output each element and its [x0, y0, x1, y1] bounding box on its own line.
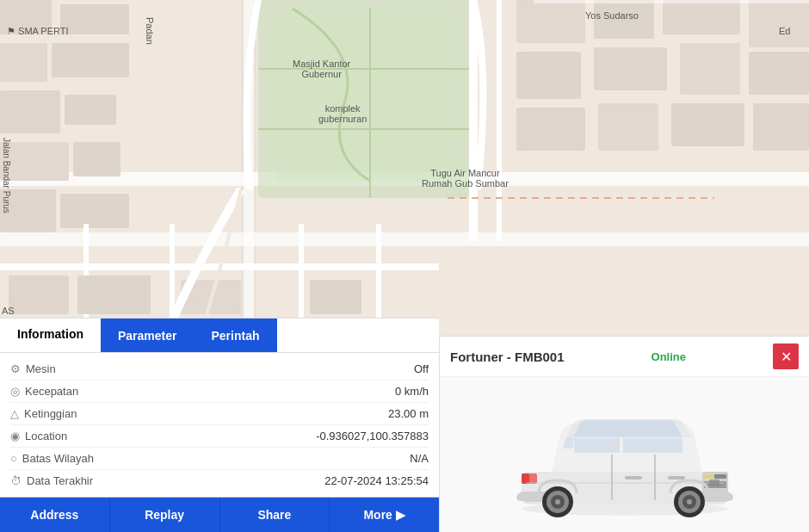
- svg-rect-15: [0, 189, 56, 232]
- svg-rect-25: [516, 108, 585, 151]
- vehicle-image: [504, 390, 745, 519]
- vehicle-header: Fortuner - FMB001 Online ✕: [440, 337, 809, 377]
- svg-point-66: [687, 499, 692, 504]
- svg-rect-13: [0, 142, 69, 181]
- mesin-label: Mesin: [26, 362, 56, 375]
- vehicle-image-area: [440, 377, 809, 532]
- row-location: ◉ Location -0.936027,100.357883: [10, 425, 429, 448]
- svg-rect-23: [680, 43, 740, 95]
- svg-rect-19: [663, 0, 740, 34]
- kecepatan-value: 0 km/h: [395, 385, 429, 398]
- tab-bar: Information Parameter Perintah: [0, 319, 439, 353]
- ketinggian-value: 23.00 m: [388, 407, 429, 420]
- info-panel: Information Parameter Perintah ⚙ Mesin O…: [0, 318, 439, 532]
- svg-rect-11: [0, 90, 60, 133]
- vehicle-status: Online: [652, 350, 686, 363]
- svg-rect-16: [60, 194, 129, 228]
- svg-rect-24: [749, 52, 809, 95]
- svg-rect-17: [516, 0, 585, 43]
- batas-value: N/A: [410, 452, 429, 465]
- vehicle-name: Fortuner - FMB001: [450, 350, 565, 364]
- replay-button[interactable]: Replay: [110, 498, 220, 532]
- row-mesin: ⚙ Mesin Off: [10, 358, 429, 380]
- location-label: Location: [25, 430, 67, 442]
- more-button[interactable]: More ▶: [330, 498, 439, 532]
- engine-icon: ⚙: [10, 362, 21, 375]
- mesin-value: Off: [414, 362, 429, 375]
- svg-rect-56: [704, 473, 714, 480]
- svg-rect-22: [594, 47, 667, 90]
- svg-rect-10: [52, 43, 129, 77]
- svg-rect-21: [516, 52, 581, 99]
- svg-rect-28: [753, 103, 809, 151]
- svg-rect-4: [0, 232, 809, 246]
- svg-rect-6: [275, 9, 456, 181]
- altitude-icon: △: [10, 407, 19, 420]
- row-data-terakhir: ⏱ Data Terakhir 22-07-2024 13:25:54: [10, 470, 429, 492]
- time-icon: ⏱: [10, 474, 22, 487]
- svg-rect-58: [522, 473, 529, 484]
- svg-rect-71: [709, 479, 719, 486]
- vehicle-panel: Fortuner - FMB001 Online ✕: [439, 336, 809, 532]
- ketinggian-label: Ketinggian: [24, 407, 77, 420]
- data-terakhir-label: Data Terakhir: [27, 474, 93, 487]
- info-table: ⚙ Mesin Off ◎ Kecepatan 0 km/h △ Ketingg…: [0, 353, 439, 497]
- location-icon: ◉: [10, 430, 20, 442]
- address-button[interactable]: Address: [0, 498, 110, 532]
- tab-perintah[interactable]: Perintah: [195, 319, 277, 352]
- svg-point-70: [555, 499, 560, 504]
- tab-information[interactable]: Information: [0, 319, 101, 352]
- share-button[interactable]: Share: [220, 498, 330, 532]
- close-button[interactable]: ✕: [773, 343, 799, 369]
- action-bar: Address Replay Share More ▶: [0, 497, 439, 532]
- svg-rect-61: [625, 476, 642, 479]
- svg-rect-18: [594, 0, 654, 39]
- svg-rect-62: [668, 476, 685, 479]
- row-kecepatan: ◎ Kecepatan 0 km/h: [10, 380, 429, 403]
- svg-rect-26: [598, 103, 658, 151]
- svg-rect-20: [749, 0, 809, 47]
- row-batas-wilayah: ○ Batas Wilayah N/A: [10, 448, 429, 470]
- row-ketinggian: △ Ketinggian 23.00 m: [10, 403, 429, 425]
- speed-icon: ◎: [10, 385, 20, 398]
- svg-rect-40: [77, 275, 151, 314]
- tab-parameter[interactable]: Parameter: [101, 319, 195, 352]
- svg-rect-14: [73, 142, 120, 176]
- svg-rect-27: [671, 103, 744, 146]
- boundary-icon: ○: [10, 452, 17, 465]
- svg-rect-12: [65, 95, 116, 125]
- svg-rect-39: [9, 275, 69, 314]
- location-value: -0.936027,100.357883: [316, 430, 429, 442]
- svg-rect-45: [310, 280, 361, 314]
- batas-label: Batas Wilayah: [22, 452, 94, 465]
- svg-rect-7: [0, 0, 52, 34]
- data-terakhir-value: 22-07-2024 13:25:54: [324, 474, 429, 487]
- svg-rect-9: [0, 43, 47, 82]
- svg-rect-8: [60, 4, 129, 34]
- kecepatan-label: Kecepatan: [25, 385, 78, 398]
